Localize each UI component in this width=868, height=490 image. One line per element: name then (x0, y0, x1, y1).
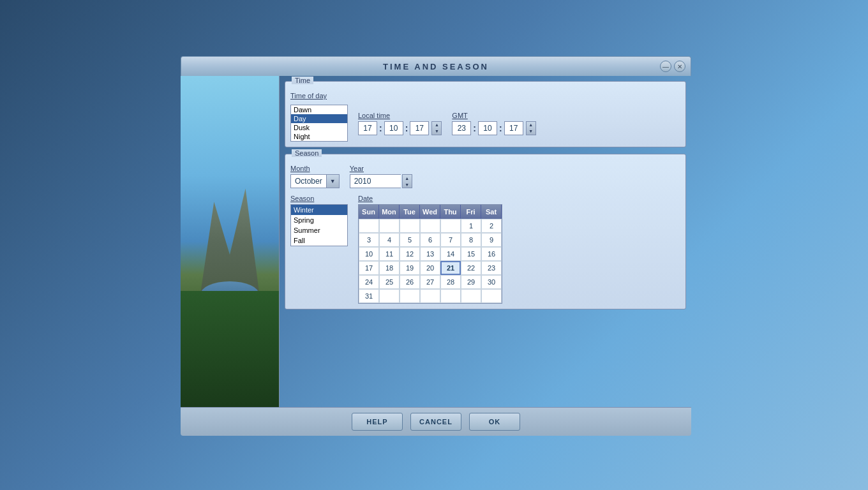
cal-cell-empty (379, 289, 400, 303)
cal-cell-empty (440, 219, 461, 233)
month-dropdown-arrow[interactable]: ▼ (326, 175, 339, 188)
gmt-minutes[interactable] (478, 121, 497, 135)
close-button[interactable]: ✕ (674, 61, 685, 72)
local-time-spin-down[interactable]: ▼ (432, 128, 441, 135)
cal-day-9[interactable]: 9 (481, 233, 502, 247)
cal-day-7[interactable]: 7 (440, 233, 461, 247)
cal-cell-empty (420, 219, 440, 233)
gmt-hours[interactable] (452, 121, 471, 135)
cal-day-10[interactable]: 10 (359, 247, 379, 261)
minimize-button[interactable]: — (660, 61, 671, 72)
season-section-label: Season (292, 149, 322, 157)
cal-day-29[interactable]: 29 (461, 275, 481, 289)
month-label: Month (290, 165, 340, 172)
cal-day-16[interactable]: 16 (481, 247, 502, 261)
season-date-row: Season Winter Spring Summer Fall (290, 195, 680, 304)
cal-day-30[interactable]: 30 (481, 275, 502, 289)
tod-night[interactable]: Night (291, 132, 347, 141)
gmt-group: GMT : : ▲ ▼ (452, 112, 535, 135)
cal-cell-empty (440, 289, 461, 303)
cal-header-wed: Wed (420, 205, 440, 219)
year-spin-up[interactable]: ▲ (403, 175, 412, 181)
tod-day[interactable]: Day (291, 114, 347, 123)
tod-dawn[interactable]: Dawn (291, 105, 347, 114)
cal-day-14[interactable]: 14 (440, 247, 461, 261)
year-input[interactable] (350, 174, 401, 188)
cal-day-4[interactable]: 4 (379, 233, 400, 247)
year-spinner[interactable]: ▲ ▼ (402, 174, 412, 188)
time-controls-row: Dawn Day Dusk Night Local time : (290, 105, 680, 142)
cal-day-1[interactable]: 1 (461, 219, 481, 233)
cancel-button[interactable]: CANCEL (410, 413, 461, 431)
cal-day-24[interactable]: 24 (359, 275, 379, 289)
gmt-spinner[interactable]: ▲ ▼ (526, 121, 536, 135)
local-time-hours[interactable] (358, 121, 377, 135)
cal-header-sun: Sun (359, 205, 379, 219)
cal-day-8[interactable]: 8 (461, 233, 481, 247)
cal-day-22[interactable]: 22 (461, 261, 481, 275)
season-summer[interactable]: Summer (291, 225, 347, 235)
cal-header-fri: Fri (461, 205, 481, 219)
cal-day-31[interactable]: 31 (359, 289, 379, 303)
cal-day-11[interactable]: 11 (379, 247, 400, 261)
cal-day-21[interactable]: 21 (440, 261, 461, 275)
tod-dusk[interactable]: Dusk (291, 123, 347, 132)
cal-day-5[interactable]: 5 (400, 233, 420, 247)
cal-day-23[interactable]: 23 (481, 261, 502, 275)
gmt-seconds[interactable] (504, 121, 523, 135)
gmt-spin-down[interactable]: ▼ (527, 128, 535, 135)
cal-day-2[interactable]: 2 (481, 219, 502, 233)
cal-day-26[interactable]: 26 (400, 275, 420, 289)
title-bar-buttons: — ✕ (660, 61, 685, 72)
ok-button[interactable]: OK (469, 413, 520, 431)
cal-cell-empty (420, 289, 440, 303)
season-spring[interactable]: Spring (291, 215, 347, 225)
time-section-label: Time (292, 77, 313, 84)
landscape-image (181, 76, 279, 407)
cal-day-13[interactable]: 13 (420, 247, 440, 261)
calendar-group: Date Sun Mon Tue Wed Thu Fri (358, 195, 502, 304)
local-time-spin-up[interactable]: ▲ (432, 122, 441, 128)
dialog-window: TIME AND SEASON — ✕ (181, 56, 691, 436)
month-select-text: October (291, 177, 326, 186)
help-button[interactable]: HELP (352, 413, 403, 431)
season-list-label: Season (290, 195, 348, 202)
cal-cell-empty (359, 219, 379, 233)
cal-day-18[interactable]: 18 (379, 261, 400, 275)
month-select[interactable]: October ▼ (290, 174, 340, 188)
gmt-label: GMT (452, 112, 467, 119)
local-time-label: Local time (358, 112, 390, 119)
cal-cell-empty (400, 219, 420, 233)
cal-day-3[interactable]: 3 (359, 233, 379, 247)
cal-day-19[interactable]: 19 (400, 261, 420, 275)
cal-day-25[interactable]: 25 (379, 275, 400, 289)
cal-header-tue: Tue (400, 205, 420, 219)
window-title: TIME AND SEASON (383, 62, 489, 71)
date-label: Date (358, 195, 502, 202)
gmt-time-input-row: : : ▲ ▼ (452, 121, 535, 135)
cal-day-17[interactable]: 17 (359, 261, 379, 275)
season-fall[interactable]: Fall (291, 235, 347, 246)
season-list[interactable]: Winter Spring Summer Fall (290, 204, 348, 246)
local-time-spinner[interactable]: ▲ ▼ (431, 121, 442, 135)
right-panel: Time Time of day Dawn Day Dusk Night (280, 76, 691, 407)
local-time-minutes[interactable] (384, 121, 403, 135)
local-time-input-row: : : ▲ ▼ (358, 121, 442, 135)
season-section: Season Month October ▼ Yea (285, 154, 686, 309)
cal-day-12[interactable]: 12 (400, 247, 420, 261)
cal-cell-empty (379, 219, 400, 233)
cal-cell-empty (481, 289, 502, 303)
gmt-spin-up[interactable]: ▲ (527, 122, 535, 128)
cal-day-27[interactable]: 27 (420, 275, 440, 289)
cal-day-20[interactable]: 20 (420, 261, 440, 275)
season-winter[interactable]: Winter (291, 205, 347, 215)
year-input-row: ▲ ▼ (350, 174, 412, 188)
title-bar: TIME AND SEASON — ✕ (181, 56, 691, 76)
time-of-day-list[interactable]: Dawn Day Dusk Night (290, 105, 348, 142)
cal-day-6[interactable]: 6 (420, 233, 440, 247)
cal-cell-empty (461, 289, 481, 303)
local-time-seconds[interactable] (410, 121, 429, 135)
year-spin-down[interactable]: ▼ (403, 181, 412, 188)
cal-day-15[interactable]: 15 (461, 247, 481, 261)
cal-day-28[interactable]: 28 (440, 275, 461, 289)
